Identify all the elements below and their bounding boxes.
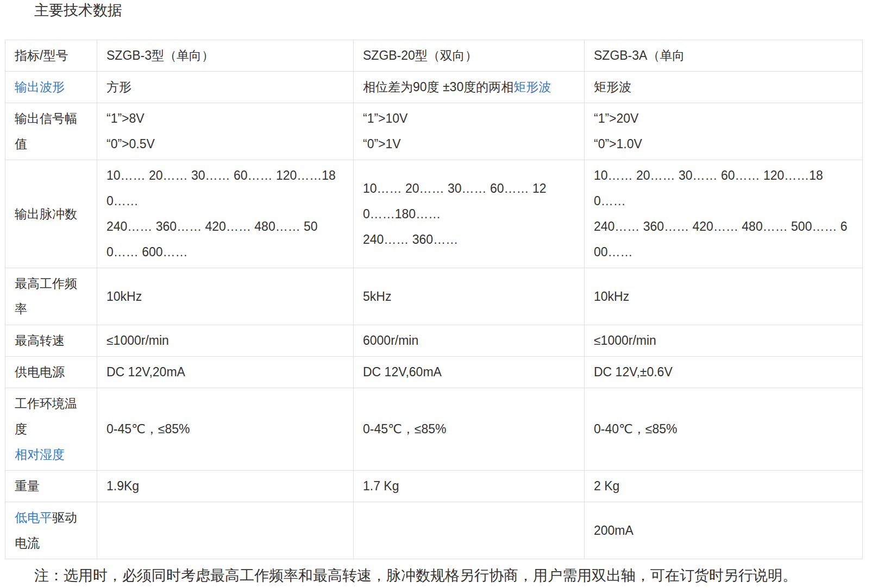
cell-line: 0-40℃，≤85%: [594, 416, 853, 442]
column-header-szgb-3a: SZGB-3A（单向: [585, 40, 863, 72]
text-segment: 5kHz: [363, 289, 391, 304]
cell-power-supply-col1: DC 12V,20mA: [97, 357, 354, 388]
cell-line: 矩形波: [594, 74, 853, 100]
cell-weight-col1: 1.9Kg: [97, 471, 354, 502]
cell-output-signal-amplitude-col3: “1”>20V“0”>1.0V: [585, 103, 863, 160]
cell-max-working-frequency-col3: 10kHz: [585, 268, 863, 325]
row-max-rotation-speed: 最高转速≤1000r/min6000r/min≤1000r/min: [5, 325, 863, 357]
row-label-max-rotation-speed: 最高转速: [5, 325, 97, 357]
cell-line: 240…… 360…… 420…… 480…… 500…… 600……: [106, 214, 344, 265]
text-segment: 6000r/min: [363, 333, 418, 347]
row-output-waveform: 输出波形方形相位差为90度 ±30度的两相矩形波矩形波: [5, 72, 863, 103]
cell-working-environment-temp-humidity-col3: 0-40℃，≤85%: [585, 388, 863, 471]
text-segment: 240…… 360…… 420…… 480…… 500…… 600……: [594, 219, 848, 259]
cell-power-supply-col3: DC 12V,±0.6V: [585, 357, 863, 388]
cell-line: DC 12V,±0.6V: [594, 359, 853, 385]
row-max-working-frequency: 最高工作频率10kHz5kHz10kHz: [5, 268, 863, 325]
inline-link[interactable]: 相对湿度: [15, 447, 65, 461]
cell-working-environment-temp-humidity-col2: 0-45℃，≤85%: [354, 388, 585, 471]
cell-output-waveform-col3: 矩形波: [585, 72, 863, 103]
text-segment: 重量: [15, 479, 40, 493]
cell-low-level-drive-current-col1: [97, 502, 354, 559]
text-segment: 0-40℃，≤85%: [594, 422, 677, 436]
text-segment: 10…… 20…… 30…… 60…… 120……180……: [594, 168, 823, 208]
text-segment: 工作环境温度: [15, 396, 77, 436]
text-segment: 10kHz: [106, 289, 142, 304]
text-segment: 0-45℃，≤85%: [363, 422, 447, 436]
text-segment: DC 12V,±0.6V: [594, 365, 673, 379]
cell-max-working-frequency-col2: 5kHz: [354, 268, 585, 325]
text-segment: 输出脉冲数: [15, 207, 77, 221]
header-row: 指标/型号SZGB-3型（单向）SZGB-20型（双向）SZGB-3A（单向: [5, 40, 863, 72]
cell-line: 240…… 360…… 420…… 480…… 500…… 600……: [594, 214, 853, 265]
cell-low-level-drive-current-col2: [354, 502, 585, 559]
text-segment: 矩形波: [594, 80, 631, 94]
cell-line: 0-45℃，≤85%: [363, 416, 575, 442]
row-label-max-working-frequency: 最高工作频率: [5, 268, 97, 325]
cell-line: 200mA: [594, 518, 853, 543]
cell-line: DC 12V,60mA: [363, 359, 575, 385]
cell-line: ≤1000r/min: [106, 328, 344, 353]
text-segment: DC 12V,60mA: [363, 365, 442, 379]
cell-power-supply-col2: DC 12V,60mA: [354, 357, 585, 388]
cell-max-working-frequency-col1: 10kHz: [97, 268, 354, 325]
cell-line: 相对湿度: [15, 442, 87, 467]
cell-line: 工作环境温度: [15, 391, 87, 442]
cell-line: “1”>8V: [106, 106, 344, 131]
cell-line: ≤1000r/min: [594, 328, 853, 353]
cell-line: 10…… 20…… 30…… 60…… 120……180……: [363, 176, 575, 227]
cell-line: “1”>20V: [594, 106, 853, 131]
cell-line: 输出波形: [15, 74, 87, 100]
cell-line: 相位差为90度 ±30度的两相矩形波: [363, 74, 575, 100]
cell-line: “0”>0.5V: [106, 131, 344, 157]
cell-line: 1.7 Kg: [363, 473, 575, 499]
text-segment: 0-45℃，≤85%: [106, 422, 190, 436]
text-segment: 240…… 360……: [363, 232, 458, 246]
cell-line: 6000r/min: [363, 328, 575, 353]
cell-max-rotation-speed-col3: ≤1000r/min: [585, 325, 863, 357]
cell-line: 输出脉冲数: [15, 201, 87, 227]
row-working-environment-temp-humidity: 工作环境温度相对湿度0-45℃，≤85%0-45℃，≤85%0-40℃，≤85%: [5, 388, 863, 471]
text-segment: “0”>0.5V: [106, 137, 155, 151]
page-title: 主要技术数据: [34, 2, 872, 19]
column-header-szgb-3: SZGB-3型（单向）: [97, 40, 354, 72]
column-header-indicator-model: 指标/型号: [5, 40, 97, 72]
cell-output-pulse-count-col3: 10…… 20…… 30…… 60…… 120……180……240…… 360……: [585, 160, 863, 268]
row-label-output-waveform: 输出波形: [5, 72, 97, 103]
text-segment: 1.7 Kg: [363, 479, 399, 493]
cell-line: DC 12V,20mA: [106, 359, 344, 385]
cell-line: 10…… 20…… 30…… 60…… 120……180……: [594, 163, 853, 214]
inline-link[interactable]: 矩形波: [513, 80, 551, 94]
text-segment: 最高转速: [15, 333, 65, 347]
text-segment: 最高工作频率: [15, 276, 77, 316]
row-label-output-signal-amplitude: 输出信号幅值: [5, 103, 97, 160]
row-output-pulse-count: 输出脉冲数10…… 20…… 30…… 60…… 120……180……240………: [5, 160, 863, 268]
cell-working-environment-temp-humidity-col1: 0-45℃，≤85%: [97, 388, 354, 471]
cell-output-waveform-col2: 相位差为90度 ±30度的两相矩形波: [354, 72, 585, 103]
inline-link[interactable]: 低电平: [15, 510, 52, 524]
cell-line: 方形: [106, 74, 344, 100]
text-segment: 2 Kg: [594, 479, 619, 493]
cell-line: 10kHz: [594, 284, 853, 309]
row-label-output-pulse-count: 输出脉冲数: [5, 160, 97, 268]
text-segment: “0”>1V: [363, 137, 401, 151]
column-header-szgb-20: SZGB-20型（双向）: [354, 40, 585, 72]
text-segment: 供电电源: [15, 365, 65, 379]
text-segment: “1”>8V: [106, 111, 145, 125]
cell-line: “0”>1V: [363, 131, 575, 157]
cell-line: 最高工作频率: [15, 271, 87, 322]
cell-weight-col2: 1.7 Kg: [354, 471, 585, 502]
text-segment: 10…… 20…… 30…… 60…… 120……180……: [106, 168, 336, 208]
row-low-level-drive-current: 低电平驱动电流200mA: [5, 502, 863, 559]
text-segment: 10…… 20…… 30…… 60…… 120……180……: [363, 181, 546, 221]
cell-weight-col3: 2 Kg: [585, 471, 863, 502]
inline-link[interactable]: 输出波形: [15, 80, 65, 94]
spec-table-body: 指标/型号SZGB-3型（单向）SZGB-20型（双向）SZGB-3A（单向输出…: [5, 40, 863, 559]
cell-line: 10kHz: [106, 284, 344, 309]
cell-line: 5kHz: [363, 284, 575, 309]
cell-line: 0-45℃，≤85%: [106, 416, 344, 442]
cell-line: 最高转速: [15, 328, 87, 353]
row-output-signal-amplitude: 输出信号幅值“1”>8V“0”>0.5V“1”>10V“0”>1V“1”>20V…: [5, 103, 863, 160]
cell-line: 输出信号幅值: [15, 106, 87, 157]
cell-output-waveform-col1: 方形: [97, 72, 354, 103]
